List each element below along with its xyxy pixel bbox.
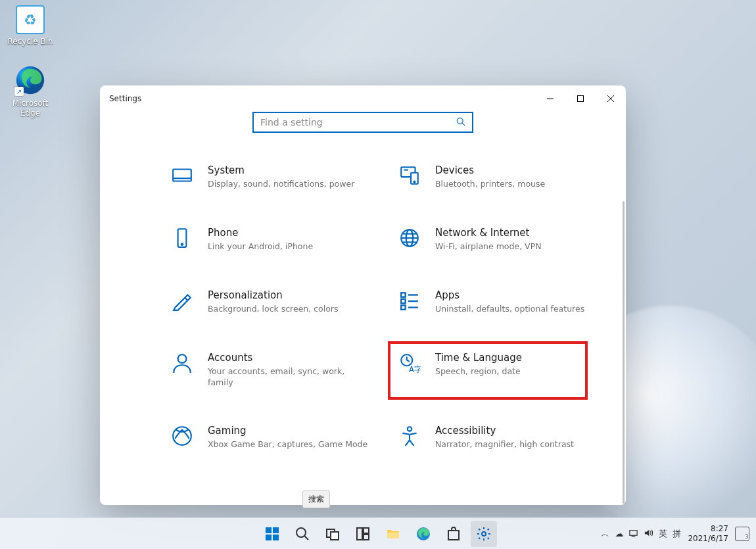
phone-icon bbox=[171, 227, 193, 249]
category-desc: Narrator, magnifier, high contrast bbox=[435, 439, 574, 450]
accounts-icon bbox=[171, 352, 193, 374]
svg-rect-35 bbox=[273, 527, 279, 533]
category-desc: Link your Android, iPhone bbox=[208, 241, 313, 252]
category-phone[interactable]: Phone Link your Android, iPhone bbox=[171, 227, 368, 252]
category-title: Network & Internet bbox=[435, 227, 542, 239]
titlebar: Settings bbox=[100, 85, 626, 112]
desktop-icon-recycle-bin[interactable]: ♻ Recycle Bin bbox=[5, 5, 55, 47]
search-icon bbox=[456, 117, 465, 128]
taskbar-clock[interactable]: 8:27 2021/6/17 bbox=[688, 524, 728, 543]
category-title: Accessibility bbox=[435, 425, 574, 437]
system-icon bbox=[171, 164, 193, 187]
svg-point-38 bbox=[296, 528, 306, 537]
task-view-button[interactable] bbox=[319, 521, 346, 547]
svg-rect-23 bbox=[401, 299, 405, 303]
category-title: Gaming bbox=[208, 425, 367, 437]
maximize-button[interactable] bbox=[565, 85, 596, 112]
store-button[interactable] bbox=[440, 521, 467, 547]
category-desc: Speech, region, date bbox=[435, 366, 522, 377]
category-desc: Uninstall, defaults, optional features bbox=[435, 304, 584, 315]
svg-point-33 bbox=[408, 427, 412, 431]
notification-count: 3 bbox=[745, 534, 748, 540]
svg-rect-44 bbox=[364, 535, 369, 540]
category-title: Accounts bbox=[208, 352, 368, 364]
svg-rect-36 bbox=[266, 535, 272, 540]
start-button[interactable] bbox=[259, 521, 285, 547]
category-time-language[interactable]: A字 Time & Language Speech, region, date bbox=[389, 343, 586, 399]
gaming-icon bbox=[171, 425, 193, 447]
category-title: System bbox=[208, 164, 354, 176]
scrollbar-thumb[interactable] bbox=[623, 201, 625, 504]
svg-point-32 bbox=[173, 427, 191, 446]
notification-center-button[interactable]: 3 bbox=[735, 527, 749, 541]
recycle-bin-icon: ♻ bbox=[16, 5, 45, 34]
tray-chevron-icon[interactable]: ︿ bbox=[601, 528, 609, 540]
file-explorer-button[interactable] bbox=[380, 521, 406, 547]
svg-rect-25 bbox=[401, 305, 405, 309]
svg-point-48 bbox=[482, 532, 486, 536]
category-title: Phone bbox=[208, 227, 313, 239]
widgets-button[interactable] bbox=[350, 521, 376, 547]
category-apps[interactable]: Apps Uninstall, defaults, optional featu… bbox=[398, 289, 596, 315]
svg-rect-47 bbox=[448, 531, 459, 540]
svg-point-5 bbox=[457, 118, 463, 124]
category-desc: Your accounts, email, sync, work, family bbox=[208, 366, 368, 389]
system-tray: ︿ ☁ 英 拼 8:27 2021/6/17 3 bbox=[601, 524, 749, 543]
category-accessibility[interactable]: Accessibility Narrator, magnifier, high … bbox=[398, 425, 596, 450]
search-box[interactable] bbox=[252, 112, 473, 133]
time-language-icon: A字 bbox=[398, 352, 421, 374]
category-desc: Display, sound, notifications, power bbox=[208, 179, 354, 190]
category-personalization[interactable]: Personalization Background, lock screen,… bbox=[171, 289, 368, 315]
category-title: Apps bbox=[435, 289, 584, 301]
svg-line-30 bbox=[407, 360, 410, 361]
category-desc: Wi-Fi, airplane mode, VPN bbox=[435, 241, 542, 252]
tray-ime-lang[interactable]: 英 bbox=[659, 528, 667, 540]
svg-point-11 bbox=[413, 181, 415, 183]
svg-line-6 bbox=[462, 123, 465, 126]
apps-icon bbox=[398, 289, 421, 312]
edge-taskbar-button[interactable] bbox=[410, 521, 437, 547]
category-desc: Background, lock screen, colors bbox=[208, 304, 339, 315]
accessibility-icon bbox=[398, 425, 421, 447]
tray-onedrive-icon[interactable]: ☁ bbox=[615, 529, 623, 538]
tray-ime-mode[interactable]: 拼 bbox=[673, 528, 681, 540]
category-title: Devices bbox=[435, 164, 545, 176]
search-input[interactable] bbox=[260, 117, 451, 128]
category-desc: Xbox Game Bar, captures, Game Mode bbox=[208, 439, 367, 450]
category-devices[interactable]: Devices Bluetooth, printers, mouse bbox=[398, 164, 596, 190]
clock-date: 2021/6/17 bbox=[688, 534, 728, 543]
svg-point-14 bbox=[181, 243, 183, 245]
desktop-icon-label: Microsoft Edge bbox=[5, 99, 55, 118]
svg-rect-7 bbox=[173, 169, 191, 181]
category-network[interactable]: Network & Internet Wi-Fi, airplane mode,… bbox=[398, 227, 596, 252]
minimize-button[interactable] bbox=[535, 85, 565, 112]
globe-icon bbox=[398, 227, 421, 249]
svg-line-39 bbox=[304, 536, 308, 540]
desktop-icon-label: Recycle Bin bbox=[5, 37, 55, 47]
close-button[interactable] bbox=[596, 85, 626, 112]
category-system[interactable]: System Display, sound, notifications, po… bbox=[171, 164, 368, 190]
category-accounts[interactable]: Accounts Your accounts, email, sync, wor… bbox=[171, 352, 368, 389]
category-gaming[interactable]: Gaming Xbox Game Bar, captures, Game Mod… bbox=[171, 425, 368, 450]
desktop-icon-edge[interactable]: ↗ Microsoft Edge bbox=[5, 64, 55, 118]
taskbar-search-button[interactable] bbox=[289, 521, 316, 547]
svg-rect-37 bbox=[273, 535, 279, 540]
taskbar: ︿ ☁ 英 拼 8:27 2021/6/17 3 bbox=[0, 517, 756, 549]
devices-icon bbox=[398, 164, 421, 187]
tray-network-icon[interactable] bbox=[628, 528, 638, 540]
clock-time: 8:27 bbox=[688, 524, 728, 533]
svg-rect-42 bbox=[357, 528, 362, 540]
svg-point-27 bbox=[178, 354, 187, 363]
window-title: Settings bbox=[109, 94, 141, 103]
settings-window: Settings System Display, sound, notifica… bbox=[100, 85, 626, 505]
tray-volume-icon[interactable] bbox=[644, 528, 653, 540]
svg-rect-49 bbox=[630, 530, 637, 535]
svg-rect-43 bbox=[364, 528, 369, 533]
search-tooltip: 搜索 bbox=[302, 490, 330, 508]
category-title: Personalization bbox=[208, 289, 339, 301]
pen-icon bbox=[171, 289, 193, 312]
settings-taskbar-button[interactable] bbox=[471, 521, 497, 547]
svg-rect-21 bbox=[401, 293, 405, 297]
category-desc: Bluetooth, printers, mouse bbox=[435, 179, 545, 190]
svg-rect-41 bbox=[331, 532, 339, 540]
